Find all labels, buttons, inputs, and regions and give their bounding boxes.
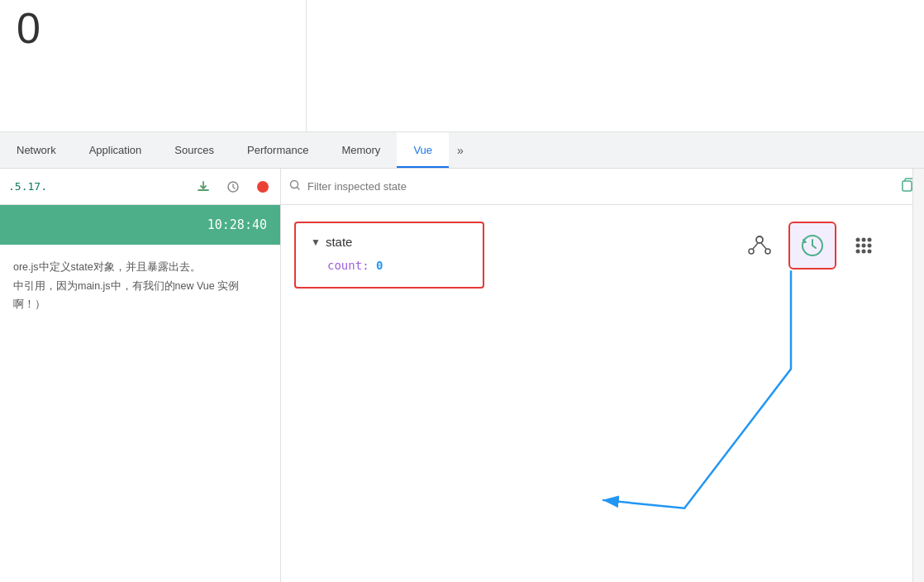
- state-label: state: [326, 235, 353, 249]
- state-box: ▼ state count: 0: [294, 222, 484, 289]
- tab-sources[interactable]: Sources: [158, 132, 231, 168]
- tab-bar: Network Application Sources Performance …: [0, 132, 924, 169]
- svg-point-5: [765, 249, 770, 254]
- svg-point-9: [868, 238, 872, 242]
- svg-point-12: [868, 244, 872, 248]
- scrollbar[interactable]: [912, 169, 924, 582]
- right-toolbar: [281, 169, 924, 205]
- top-divider: [306, 0, 307, 131]
- record-dot: [257, 181, 269, 193]
- svg-point-13: [856, 250, 860, 254]
- svg-rect-2: [903, 181, 912, 191]
- right-icon-cluster: [747, 222, 874, 270]
- clock-icon: [799, 232, 826, 259]
- annotation-line-1: ore.js中定义state对象，并且暴露出去。: [13, 258, 267, 277]
- left-annotations: ore.js中定义state对象，并且暴露出去。 中引用，因为main.js中，…: [0, 245, 280, 582]
- tab-memory[interactable]: Memory: [325, 132, 397, 168]
- tab-vue[interactable]: Vue: [397, 132, 449, 168]
- time-travel-box[interactable]: [788, 222, 836, 270]
- tab-network[interactable]: Network: [0, 132, 73, 168]
- topology-button[interactable]: [747, 233, 772, 258]
- left-panel: .5.17.: [0, 169, 281, 582]
- time-text: 10:28:40: [207, 217, 267, 232]
- tab-more-button[interactable]: »: [449, 132, 472, 168]
- svg-point-14: [862, 250, 866, 254]
- svg-point-8: [862, 238, 866, 242]
- right-panel: ▼ state count: 0: [281, 169, 924, 582]
- left-toolbar: .5.17.: [0, 169, 280, 205]
- content-area: .5.17.: [0, 169, 924, 582]
- download-button[interactable]: [194, 178, 212, 196]
- download-icon: [197, 180, 210, 193]
- collapse-icon[interactable]: ▼: [311, 236, 321, 248]
- svg-point-3: [756, 236, 763, 243]
- svg-point-11: [862, 244, 866, 248]
- filter-input[interactable]: [307, 180, 894, 193]
- time-entry-row[interactable]: 10:28:40: [0, 205, 280, 245]
- count-line: count: 0: [311, 259, 468, 272]
- svg-point-15: [868, 250, 872, 254]
- annotation-line-2: 中引用，因为main.js中，有我们的new Vue 实例啊！）: [13, 277, 267, 314]
- svg-point-7: [856, 238, 860, 242]
- tab-performance[interactable]: Performance: [231, 132, 325, 168]
- toolbar-icons: [194, 178, 272, 196]
- svg-point-4: [749, 249, 754, 254]
- state-header: ▼ state: [311, 235, 468, 249]
- count-key: count:: [327, 259, 369, 272]
- svg-point-10: [856, 244, 860, 248]
- refresh-button[interactable]: [224, 178, 242, 196]
- search-icon: [289, 179, 301, 193]
- settings-button[interactable]: [853, 235, 874, 256]
- top-area: 0: [0, 0, 924, 132]
- count-value: 0: [376, 259, 383, 272]
- zero-label: 0: [0, 0, 40, 50]
- version-text: .5.17.: [8, 180, 47, 193]
- tab-application[interactable]: Application: [73, 132, 159, 168]
- right-content: ▼ state count: 0: [281, 205, 924, 582]
- record-button[interactable]: [254, 178, 272, 196]
- refresh-icon: [226, 180, 240, 193]
